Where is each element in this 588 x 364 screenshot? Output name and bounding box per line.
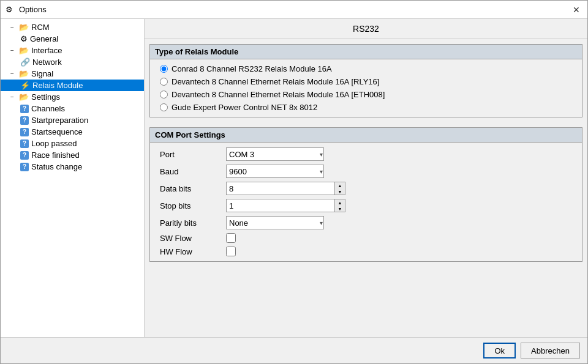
sidebar-item-race-finished[interactable]: ? Race finished: [1, 149, 144, 161]
sidebar-item-label: Signal: [31, 69, 53, 78]
sidebar-item-label: Startsequence: [31, 127, 83, 136]
right-panel: RS232 Type of Relais Module Conrad 8 Cha…: [145, 19, 587, 337]
question-icon: ?: [20, 163, 29, 171]
sidebar-item-label: Race finished: [31, 150, 80, 160]
radio-option-3[interactable]: Devantech 8 Channel Ethernet Relais Modu…: [160, 90, 572, 99]
baud-label: Baud: [160, 167, 221, 176]
sidebar-item-relais-module[interactable]: ⚡ Relais Module: [1, 80, 144, 91]
hwflow-label: HW Flow: [160, 247, 221, 256]
port-field[interactable]: COM 1 COM 2 COM 3 COM 4 COM 5 ▾: [226, 147, 324, 161]
main-content: − 📂 RCM ⚙ General − 📂 Interface 🔗 Networ…: [1, 19, 587, 337]
stopbits-down-button[interactable]: ▼: [335, 206, 345, 212]
question-icon: ?: [20, 116, 29, 125]
baud-select[interactable]: 1200 2400 4800 9600 19200 38400 57600 11…: [226, 165, 324, 178]
sidebar-item-startsequence[interactable]: ? Startsequence: [1, 126, 144, 138]
paritybits-field[interactable]: None Odd Even Mark Space ▾: [226, 216, 324, 229]
stopbits-spinner: ▲ ▼: [334, 199, 345, 212]
paritybits-label: Paritiy bits: [160, 218, 221, 228]
com-form-grid: Port COM 1 COM 2 COM 3 COM 4 COM 5 ▾: [160, 147, 572, 256]
sidebar-item-network[interactable]: 🔗 Network: [1, 56, 144, 68]
sidebar: − 📂 RCM ⚙ General − 📂 Interface 🔗 Networ…: [1, 19, 145, 337]
databits-field[interactable]: ▲ ▼: [226, 182, 324, 195]
radio-option-4[interactable]: Gude Expert Power Control NET 8x 8012: [160, 103, 572, 112]
radio-label-3: Devantech 8 Channel Ethernet Relais Modu…: [172, 90, 385, 99]
sidebar-item-label: Interface: [31, 46, 62, 55]
radio-option-1[interactable]: Conrad 8 Channel RS232 Relais Module 16A: [160, 64, 572, 73]
folder-icon: 📂: [19, 23, 29, 32]
sidebar-item-settings[interactable]: − 📂 Settings: [1, 91, 144, 103]
folder-icon: 📂: [19, 69, 29, 78]
close-button[interactable]: ✕: [570, 4, 582, 16]
sidebar-item-interface[interactable]: − 📂 Interface: [1, 45, 144, 56]
app-icon: ⚙: [6, 5, 15, 15]
radio-label-2: Devantech 8 Channel Ethernet Relais Modu…: [172, 77, 379, 86]
sidebar-item-label: Relais Module: [32, 81, 83, 90]
radio-input-3[interactable]: [160, 91, 168, 98]
sidebar-item-label: Network: [32, 58, 62, 67]
radio-input-1[interactable]: [160, 65, 168, 73]
databits-spinner: ▲ ▼: [334, 182, 345, 195]
stopbits-label: Stop bits: [160, 201, 221, 210]
stopbits-up-button[interactable]: ▲: [335, 199, 345, 206]
cancel-button[interactable]: Abbrechen: [521, 343, 580, 358]
expand-icon: −: [10, 70, 18, 77]
folder-icon: 📂: [19, 46, 29, 55]
sidebar-item-label: Startpreparation: [31, 116, 88, 125]
title-bar: ⚙ Options ✕: [1, 1, 587, 19]
ok-button[interactable]: Ok: [483, 343, 516, 358]
type-section-body: Conrad 8 Channel RS232 Relais Module 16A…: [150, 59, 582, 117]
gear-icon: ⚙: [20, 34, 28, 43]
databits-input[interactable]: [226, 182, 334, 195]
radio-label-1: Conrad 8 Channel RS232 Relais Module 16A: [172, 64, 332, 73]
radio-option-2[interactable]: Devantech 8 Channel Ethernet Relais Modu…: [160, 77, 572, 86]
swflow-label: SW Flow: [160, 234, 221, 243]
port-select[interactable]: COM 1 COM 2 COM 3 COM 4 COM 5: [226, 147, 324, 161]
databits-up-button[interactable]: ▲: [335, 182, 345, 188]
sidebar-item-label: General: [30, 34, 58, 43]
sidebar-item-rcm[interactable]: − 📂 RCM: [1, 21, 144, 33]
question-icon: ?: [20, 128, 29, 136]
hwflow-checkbox[interactable]: [226, 247, 236, 256]
expand-icon: −: [10, 94, 18, 100]
stopbits-field[interactable]: ▲ ▼: [226, 199, 324, 212]
swflow-checkbox[interactable]: [226, 233, 236, 243]
sidebar-item-channels[interactable]: ? Channels: [1, 103, 144, 114]
sidebar-item-general[interactable]: ⚙ General: [1, 33, 144, 45]
sidebar-item-status-change[interactable]: ? Status change: [1, 161, 144, 173]
sidebar-item-label: Channels: [31, 104, 65, 113]
com-section: COM Port Settings Port COM 1 COM 2 COM 3…: [149, 127, 582, 262]
port-label: Port: [160, 150, 221, 159]
databits-label: Data bits: [160, 184, 221, 193]
panel-title: RS232: [145, 19, 587, 39]
radio-label-4: Gude Expert Power Control NET 8x 8012: [172, 103, 317, 112]
question-icon: ?: [20, 139, 29, 148]
sidebar-item-startpreparation[interactable]: ? Startpreparation: [1, 114, 144, 126]
radio-group: Conrad 8 Channel RS232 Relais Module 16A…: [160, 64, 572, 112]
paritybits-select[interactable]: None Odd Even Mark Space: [226, 216, 324, 229]
sidebar-item-label: Loop passed: [31, 139, 77, 148]
options-dialog: ⚙ Options ✕ − 📂 RCM ⚙ General − 📂 Interf…: [0, 0, 588, 364]
sidebar-item-signal[interactable]: − 📂 Signal: [1, 68, 144, 80]
type-section-header: Type of Relais Module: [150, 45, 582, 59]
com-section-body: Port COM 1 COM 2 COM 3 COM 4 COM 5 ▾: [150, 143, 582, 261]
radio-input-2[interactable]: [160, 78, 168, 86]
network-icon: 🔗: [20, 58, 30, 67]
expand-icon: −: [10, 24, 18, 31]
expand-icon: −: [10, 47, 18, 54]
com-section-header: COM Port Settings: [150, 128, 582, 143]
question-icon: ?: [20, 105, 29, 113]
relay-icon: ⚡: [20, 81, 30, 90]
folder-icon: 📂: [19, 92, 29, 102]
databits-down-button[interactable]: ▼: [335, 188, 345, 195]
sidebar-item-loop-passed[interactable]: ? Loop passed: [1, 138, 144, 149]
footer: Ok Abbrechen: [1, 337, 587, 363]
stopbits-input[interactable]: [226, 199, 334, 212]
sidebar-item-label: Status change: [31, 162, 82, 171]
baud-field[interactable]: 1200 2400 4800 9600 19200 38400 57600 11…: [226, 165, 324, 178]
sidebar-item-label: RCM: [31, 23, 50, 32]
title-bar-text: Options: [19, 5, 567, 14]
radio-input-4[interactable]: [160, 103, 168, 111]
sidebar-item-label: Settings: [31, 92, 60, 102]
question-icon: ?: [20, 151, 29, 160]
type-section: Type of Relais Module Conrad 8 Channel R…: [149, 44, 582, 117]
